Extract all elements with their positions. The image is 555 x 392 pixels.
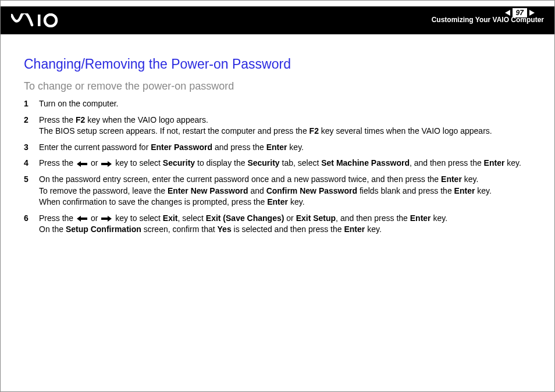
prev-page-arrow-icon[interactable] <box>505 10 510 16</box>
step-body: Enter the current password for Enter Pas… <box>39 142 531 154</box>
vaio-logo <box>11 13 69 27</box>
page-subtitle: To change or remove the power-on passwor… <box>24 80 531 92</box>
n-letter: N <box>538 8 544 17</box>
next-page-arrow-icon[interactable] <box>529 10 535 16</box>
right-arrow-icon <box>101 216 112 222</box>
bold-text: Exit Setup <box>296 213 336 223</box>
bold-text: Enter <box>266 142 287 152</box>
bold-text: Security <box>163 158 195 168</box>
bold-text: Security <box>247 158 279 168</box>
page-header-wrap: 97 N Customizing Your VAIO Computer <box>1 6 554 34</box>
left-arrow-icon <box>77 161 87 167</box>
step-body: On the password entry screen, enter the … <box>39 174 531 208</box>
bold-text: F2 <box>309 126 319 136</box>
header-bar: Customizing Your VAIO Computer <box>1 6 554 34</box>
bold-text: Exit <box>163 213 178 223</box>
bold-text: Set Machine Password <box>321 158 410 168</box>
bold-text: Exit (Save Changes) <box>206 213 284 223</box>
instruction-step: 3Enter the current password for Enter Pa… <box>24 142 531 154</box>
instruction-step: 5On the password entry screen, enter the… <box>24 174 531 208</box>
step-body: Press the or key to select Exit, select … <box>39 213 531 236</box>
bold-text: Enter New Password <box>168 186 248 195</box>
step-body: Press the F2 key when the VAIO logo appe… <box>39 115 531 137</box>
instruction-step: 2Press the F2 key when the VAIO logo app… <box>24 115 531 137</box>
step-body: Turn on the computer. <box>39 98 531 110</box>
bold-text: Enter <box>344 224 365 234</box>
instruction-step: 4Press the or key to select Security to … <box>24 158 531 169</box>
bold-text: Enter Password <box>151 142 212 152</box>
instruction-list: 1Turn on the computer.2Press the F2 key … <box>24 98 531 236</box>
bold-text: Setup Confirmation <box>66 224 141 234</box>
instruction-step: 6Press the or key to select Exit, select… <box>24 213 531 236</box>
svg-point-1 <box>45 15 56 26</box>
left-arrow-icon <box>77 216 87 222</box>
step-number: 5 <box>24 174 39 186</box>
instruction-step: 1Turn on the computer. <box>24 98 531 110</box>
bold-text: Enter <box>484 158 505 168</box>
bold-text: Yes <box>218 224 232 234</box>
page-number: 97 <box>513 8 527 17</box>
step-number: 3 <box>24 142 39 154</box>
bold-text: Enter <box>267 197 288 206</box>
bold-text: Enter <box>454 186 475 195</box>
bold-text: Enter <box>441 174 462 184</box>
bold-text: F2 <box>76 115 85 124</box>
step-number: 2 <box>24 115 39 126</box>
content-area: Changing/Removing the Power-on Password … <box>1 34 554 252</box>
step-body: Press the or key to select Security to d… <box>39 158 531 169</box>
step-number: 6 <box>24 213 39 224</box>
svg-rect-0 <box>38 15 41 26</box>
bold-text: Enter <box>410 213 431 223</box>
bold-text: Confirm New Password <box>266 186 357 195</box>
step-number: 4 <box>24 158 39 169</box>
right-arrow-icon <box>101 161 112 167</box>
step-number: 1 <box>24 98 39 110</box>
page-title: Changing/Removing the Power-on Password <box>24 56 531 72</box>
page-nav: 97 N <box>505 6 544 19</box>
